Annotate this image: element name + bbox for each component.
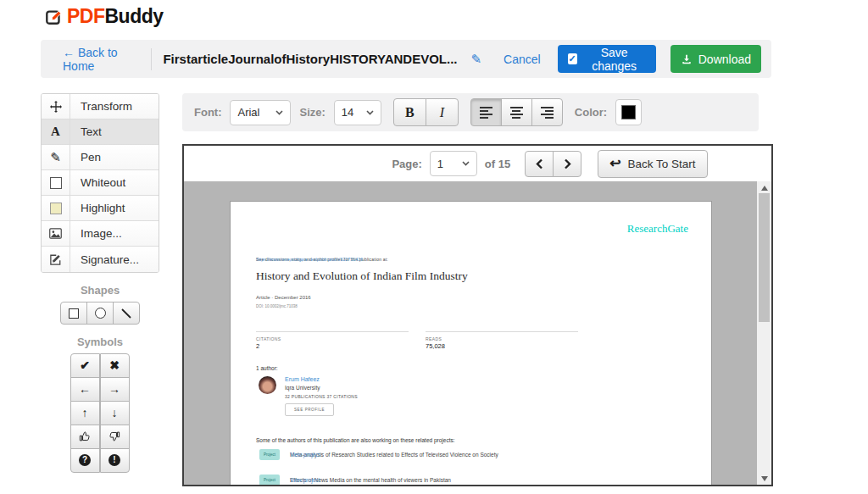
scroll-up-arrow[interactable] bbox=[757, 181, 771, 194]
symbol-arrow-up-button[interactable]: ↑ bbox=[70, 401, 100, 425]
project-title: Meta-analysis of Research Studies relate… bbox=[290, 452, 498, 458]
align-center-button[interactable] bbox=[501, 98, 532, 126]
page-label: Page: bbox=[392, 158, 421, 170]
font-select-value: Arial bbox=[237, 106, 259, 119]
back-to-start-button[interactable]: ↩ Back To Start bbox=[598, 150, 707, 178]
shape-line-button[interactable] bbox=[113, 302, 140, 325]
researchgate-logo: ResearchGate bbox=[627, 222, 688, 236]
align-right-button[interactable] bbox=[531, 98, 563, 126]
triangle-up-icon bbox=[761, 186, 768, 191]
document-filename: FirstarticleJournalofHistoryHISTORYANDEV… bbox=[163, 52, 457, 66]
symbol-arrow-down-button[interactable]: ↓ bbox=[100, 401, 130, 425]
tool-image[interactable]: Image... bbox=[42, 221, 159, 247]
pdf-page[interactable]: ResearchGate See discussions, stats, and… bbox=[231, 202, 711, 485]
citations-value: 2 bbox=[256, 342, 259, 350]
next-page-button[interactable] bbox=[553, 151, 581, 177]
symbols-button-grid: ✔ ✖ ← → ↑ ↓ ? ! bbox=[41, 353, 159, 472]
size-select-value: 14 bbox=[342, 106, 353, 119]
author-affiliation: Iqra University bbox=[285, 385, 320, 391]
reads-label: READS bbox=[426, 336, 442, 341]
publication-link: https://www.researchgate.net/publication… bbox=[256, 257, 363, 262]
previous-page-button[interactable] bbox=[525, 151, 554, 177]
align-right-icon bbox=[541, 107, 554, 119]
symbol-thumbs-down-button[interactable] bbox=[100, 425, 130, 449]
header-bar: ← Back to Home FirstarticleJournalofHist… bbox=[41, 40, 771, 78]
author-stats-line: 32 PUBLICATIONS 37 CITATIONS bbox=[285, 394, 358, 399]
project-badge: Project bbox=[259, 449, 280, 460]
project-badge: Project bbox=[259, 475, 280, 485]
cancel-button[interactable]: Cancel bbox=[504, 53, 541, 66]
shapes-button-group bbox=[41, 302, 159, 325]
font-select[interactable]: Arial bbox=[230, 100, 291, 125]
view-project-link: View project bbox=[290, 477, 320, 483]
symbol-thumbs-up-button[interactable] bbox=[70, 425, 100, 449]
shape-square-button[interactable] bbox=[60, 302, 87, 325]
thumbs-down-icon bbox=[108, 430, 120, 442]
edit-filename-pencil-icon[interactable]: ✎ bbox=[470, 52, 481, 67]
circle-icon bbox=[95, 308, 106, 319]
author-name-link: Erum Hafeez bbox=[285, 376, 320, 382]
symbol-exclamation-button[interactable]: ! bbox=[100, 448, 130, 473]
move-icon bbox=[42, 94, 70, 119]
question-icon: ? bbox=[79, 454, 91, 466]
tool-highlight[interactable]: Highlight bbox=[42, 196, 159, 221]
tool-signature[interactable]: Signature... bbox=[42, 247, 159, 272]
exclamation-icon: ! bbox=[108, 454, 120, 466]
bold-label: B bbox=[405, 105, 415, 120]
pdf-preview-panel: Page: 1 of 15 ↩ Back To Start ResearchGa… bbox=[182, 144, 773, 486]
line-icon bbox=[120, 308, 132, 319]
doi-line: DOI: 10.0002/jmc.71038 bbox=[256, 304, 298, 308]
size-select[interactable]: 14 bbox=[334, 100, 381, 125]
yellow-square-icon bbox=[42, 196, 70, 220]
article-date-line: Article · December 2016 bbox=[256, 295, 311, 300]
arrow-down-icon: ↓ bbox=[112, 406, 118, 419]
symbol-question-button[interactable]: ? bbox=[70, 448, 100, 473]
divider-line bbox=[426, 331, 578, 332]
check-icon: ✔ bbox=[80, 358, 90, 372]
reads-value: 75,028 bbox=[426, 342, 445, 350]
cross-icon: ✖ bbox=[109, 358, 120, 372]
download-button[interactable]: Download bbox=[670, 45, 761, 73]
tool-transform-label: Transform bbox=[70, 94, 132, 119]
back-to-home-link[interactable]: ← Back to Home bbox=[63, 46, 139, 73]
return-arrow-icon: ↩ bbox=[609, 157, 620, 170]
download-icon bbox=[681, 53, 693, 65]
page-select-value: 1 bbox=[437, 158, 443, 170]
symbol-arrow-right-button[interactable]: → bbox=[100, 377, 130, 402]
alignment-group bbox=[470, 98, 563, 126]
symbol-check-button[interactable]: ✔ bbox=[70, 353, 100, 378]
scroll-down-arrow[interactable] bbox=[757, 472, 771, 485]
page-navigation-bar: Page: 1 of 15 ↩ Back To Start bbox=[184, 146, 771, 181]
thumbs-up-icon bbox=[79, 430, 91, 442]
symbol-arrow-left-button[interactable]: ← bbox=[70, 377, 100, 402]
preview-content-area: ResearchGate See discussions, stats, and… bbox=[184, 181, 771, 485]
app-logo: PDFBuddy bbox=[45, 5, 164, 28]
tool-transform[interactable]: Transform bbox=[42, 94, 159, 119]
symbol-cross-button[interactable]: ✖ bbox=[100, 353, 130, 378]
tool-pen[interactable]: ✎ Pen bbox=[42, 145, 159, 170]
chevron-down-icon bbox=[462, 161, 470, 166]
shape-circle-button[interactable] bbox=[86, 302, 114, 325]
tool-whiteout-label: Whiteout bbox=[70, 170, 125, 195]
chevron-right-icon bbox=[564, 158, 571, 169]
citations-label: CITATIONS bbox=[256, 336, 281, 341]
italic-button[interactable]: I bbox=[426, 98, 459, 126]
logo-text: PDFBuddy bbox=[67, 5, 164, 28]
white-square-icon bbox=[42, 170, 70, 195]
arrow-right-icon: → bbox=[108, 382, 120, 396]
color-picker-button[interactable] bbox=[615, 99, 642, 125]
tool-signature-label: Signature... bbox=[70, 247, 139, 272]
tool-pen-label: Pen bbox=[70, 145, 101, 169]
chevron-left-icon bbox=[536, 158, 543, 169]
scrollbar-thumb[interactable] bbox=[759, 193, 770, 322]
tool-whiteout[interactable]: Whiteout bbox=[42, 170, 159, 196]
page-select[interactable]: 1 bbox=[430, 151, 477, 176]
download-label: Download bbox=[698, 53, 751, 66]
bold-button[interactable]: B bbox=[393, 98, 426, 126]
arrow-up-icon: ↑ bbox=[82, 406, 88, 419]
preview-scrollbar[interactable] bbox=[757, 181, 771, 485]
triangle-down-icon bbox=[761, 476, 768, 481]
align-left-button[interactable] bbox=[470, 98, 502, 126]
tool-text[interactable]: A Text bbox=[42, 119, 159, 145]
save-changes-button[interactable]: ✓ Save changes bbox=[558, 45, 656, 73]
